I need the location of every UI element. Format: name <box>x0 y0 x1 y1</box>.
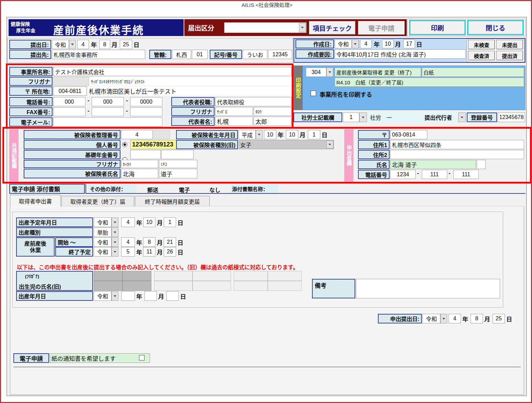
personal-number-radio[interactable] <box>122 142 127 147</box>
leave-end-era-dropdown-button[interactable] <box>112 247 118 257</box>
insured-birth-day-field[interactable]: 1 <box>308 130 320 139</box>
applicant-name-field[interactable]: 北海 道子 <box>390 160 476 169</box>
birth-type-select[interactable]: 単胎 <box>94 227 112 237</box>
rep-kana-field-1[interactable]: ｻｯﾎﾟﾛ <box>215 107 253 116</box>
submit-day-field[interactable]: 25 <box>120 40 132 49</box>
birth-date-day-field[interactable] <box>166 291 179 301</box>
birth-date-era-select[interactable]: 令和 <box>94 291 112 301</box>
insured-type-dropdown-button[interactable] <box>326 141 333 149</box>
rep-name-field-1[interactable]: 札幌 <box>215 117 253 126</box>
due-era-dropdown-button[interactable] <box>112 217 118 227</box>
application-submit-month-field[interactable]: 8 <box>471 314 483 323</box>
insured-name-field-1[interactable]: 北海 <box>121 169 158 178</box>
leave-start-era-select[interactable]: 令和 <box>94 237 112 247</box>
leave-end-day-field[interactable]: 26 <box>164 247 176 257</box>
insured-birth-year-field[interactable]: 10 <box>264 130 276 139</box>
office-tel-field-2[interactable]: 000 <box>92 97 124 106</box>
application-submit-era-dropdown-button[interactable] <box>440 314 447 323</box>
insured-kana-field-2[interactable]: ﾐﾁｺ <box>159 160 197 168</box>
child-name-cell[interactable] <box>268 271 302 281</box>
application-submit-year-field[interactable]: 4 <box>449 314 461 323</box>
report-type-dropdown-button[interactable] <box>299 23 306 32</box>
remarks-field[interactable] <box>356 279 500 298</box>
sharoshi-num-dropdown-button[interactable] <box>359 112 367 122</box>
birth-date-era-dropdown-button[interactable] <box>112 291 118 301</box>
child-name-cell[interactable] <box>234 281 268 291</box>
applicant-addr1-field[interactable]: 札幌市西区琴似四条 <box>390 140 524 149</box>
submit-era-select[interactable]: 令和 <box>52 40 69 49</box>
registration-number-field[interactable]: 12345678 <box>498 112 525 122</box>
jurisdiction-field-2[interactable]: 01 <box>192 50 208 59</box>
insured-name-field-2[interactable]: 道子 <box>159 169 197 178</box>
leave-end-month-field[interactable]: 11 <box>143 247 155 257</box>
submit-year-field[interactable]: 4 <box>77 40 89 49</box>
submit-dest-field[interactable]: 札幌西年金事務所 <box>52 50 145 59</box>
child-name-cell[interactable] <box>193 281 231 291</box>
applicant-tel-field-1[interactable]: 1234 <box>390 170 416 179</box>
applicant-tel-field-2[interactable]: 111 <box>422 170 447 179</box>
print-code-select[interactable]: 304 <box>306 68 326 77</box>
print-code-dropdown-button[interactable] <box>326 68 333 77</box>
due-day-field[interactable]: 1 <box>164 217 176 227</box>
item-check-button[interactable]: 項目チェック <box>309 21 356 35</box>
symbol-field[interactable]: ういお <box>243 50 267 59</box>
sharoshi-agent-dropdown-button[interactable] <box>458 112 466 122</box>
created-day-field[interactable]: 17 <box>403 39 415 48</box>
unchecked-status-button[interactable]: 未検査 <box>468 40 495 49</box>
child-name-cell[interactable] <box>193 271 231 281</box>
number-field[interactable]: 12345 <box>268 50 292 59</box>
due-era-select[interactable]: 令和 <box>94 217 112 227</box>
birth-date-year-field[interactable] <box>121 291 135 301</box>
unsubmitted-status-button[interactable]: 未提出 <box>496 40 523 49</box>
basic-pension-field-2[interactable] <box>161 150 194 159</box>
close-button[interactable]: 閉じる <box>467 20 523 35</box>
due-month-field[interactable]: 10 <box>143 217 155 227</box>
rep-name-field-2[interactable]: 太郎 <box>254 117 291 126</box>
print-button[interactable]: 印刷 <box>409 20 465 35</box>
office-fax-field-2[interactable] <box>92 107 124 116</box>
office-kana-field[interactable]: ｻｯﾎﾟﾛｼｷﾖﾀｸｳﾂｸｼｶﾞｵｶ1ｼﾞｮｳﾃｽﾄ <box>90 77 291 86</box>
applicant-tel-field-3[interactable]: 111 <box>453 170 479 179</box>
paper-notice-checkbox[interactable] <box>139 355 144 360</box>
created-reason-field[interactable]: 令和4年10月17日 作成分 (北海 道子) <box>335 49 466 59</box>
office-fax-field-1[interactable] <box>53 107 85 116</box>
office-name-field[interactable]: テスト介護株式会社 <box>53 67 291 76</box>
tab-change-termination[interactable]: 取得者変更（終了）届 <box>61 196 134 206</box>
rep-kana-field-2[interactable]: ﾀﾛｳ <box>254 107 291 116</box>
insured-birth-era-select[interactable]: 平成 <box>239 130 256 139</box>
created-era-dropdown-button[interactable] <box>352 39 359 48</box>
office-address-field[interactable]: 札幌市清田区美しが丘一条テスト <box>88 86 291 96</box>
rep-title-field[interactable]: 代表取締役 <box>215 97 291 106</box>
due-year-field[interactable]: 4 <box>121 217 135 227</box>
insured-birth-era-dropdown-button[interactable] <box>256 130 263 139</box>
tab-acquirer-application[interactable]: 取得者申出書 <box>10 195 61 206</box>
child-name-cell[interactable] <box>154 271 193 281</box>
e-apply-button[interactable]: 電子申請 <box>358 21 405 35</box>
office-fax-field-3[interactable] <box>130 107 162 116</box>
office-tel-field-1[interactable]: 000 <box>53 97 85 106</box>
leave-start-day-field[interactable]: 21 <box>164 237 176 247</box>
submit-month-field[interactable]: 8 <box>99 40 110 49</box>
child-name-cell[interactable] <box>268 281 302 291</box>
applicant-addr2-field[interactable] <box>390 150 524 159</box>
office-kana-prefix-field[interactable] <box>53 77 89 86</box>
submitted-status-button[interactable]: 提出済 <box>496 51 523 60</box>
child-name-cell[interactable] <box>234 271 268 281</box>
leave-start-month-field[interactable]: 8 <box>143 237 155 247</box>
application-submit-day-field[interactable]: 25 <box>493 314 505 323</box>
insured-kana-field-1[interactable]: ﾎｯｶｲ <box>121 160 158 168</box>
print-office-name-checkbox[interactable] <box>311 91 316 96</box>
insured-type-select[interactable]: 女子 <box>239 140 334 149</box>
tab-remuneration-change[interactable]: 終了時報酬月額変更届 <box>135 196 210 206</box>
sharoshi-num-select[interactable]: 1 <box>343 112 359 122</box>
applicant-postal-field[interactable]: 063-0814 <box>390 130 427 139</box>
office-email-field[interactable] <box>53 117 162 127</box>
insured-serial-field[interactable]: 4 <box>121 130 153 139</box>
jurisdiction-field-1[interactable]: 札西 <box>172 50 191 59</box>
insured-birth-month-field[interactable]: 10 <box>286 130 298 139</box>
application-submit-era-select[interactable]: 令和 <box>423 314 440 323</box>
basic-pension-field-1[interactable] <box>130 150 161 159</box>
leave-start-year-field[interactable]: 4 <box>121 237 135 247</box>
birth-date-month-field[interactable] <box>144 291 157 301</box>
leave-start-era-dropdown-button[interactable] <box>112 237 118 247</box>
